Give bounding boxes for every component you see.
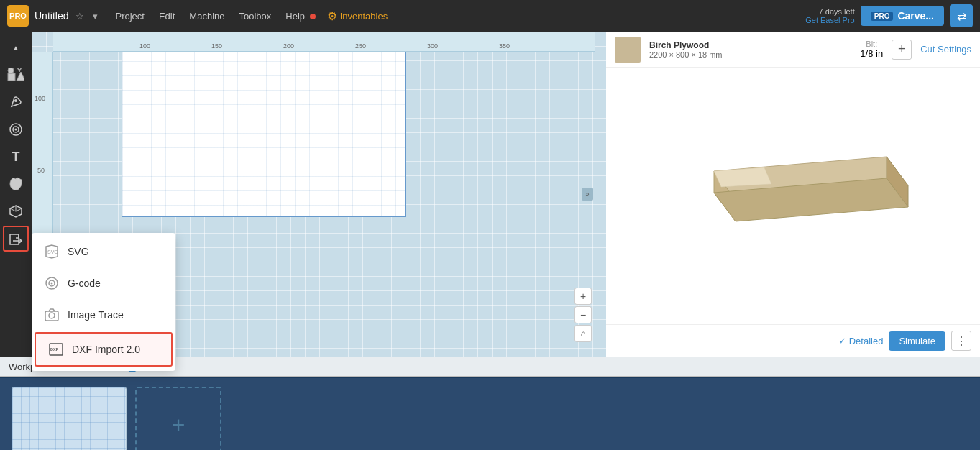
chevron-up-btn[interactable]: ▲ <box>3 35 29 60</box>
nav-project[interactable]: Project <box>109 8 150 24</box>
target-tool[interactable] <box>3 116 29 142</box>
help-dot <box>310 14 316 19</box>
preview-footer: ✓ Detailed Simulate ⋮ <box>606 324 980 357</box>
main-nav: Project Edit Machine Toolbox Help <box>109 8 321 24</box>
plywood-3d-svg <box>671 128 915 265</box>
ruler-mark-150: 150 <box>211 42 222 50</box>
svg-point-7 <box>15 129 17 131</box>
text-tool[interactable]: T <box>3 144 29 170</box>
detailed-check: ✓ Detailed <box>838 336 883 346</box>
svg-text:SVG: SVG <box>47 249 58 254</box>
svg-point-4 <box>14 99 17 102</box>
shapes-tool[interactable] <box>3 62 29 88</box>
left-toolbar: ▲ T <box>0 32 32 357</box>
material-info: Birch Plywood 2200 × 800 × 18 mm <box>649 40 851 59</box>
material-dims: 2200 × 800 × 18 mm <box>649 50 851 59</box>
apple-icon <box>9 177 22 191</box>
zoom-out-button[interactable]: − <box>574 306 592 323</box>
ruler-mark-100: 100 <box>139 42 150 50</box>
ruler-mark-left-50: 50 <box>37 167 45 174</box>
canvas-guide-line <box>398 32 398 217</box>
add-workpiece-icon: + <box>172 412 186 438</box>
material-swatch <box>615 37 641 63</box>
app-logo: PRO <box>7 5 29 27</box>
pen-tool[interactable] <box>3 89 29 115</box>
apple-tool[interactable] <box>3 171 29 197</box>
days-left-text: 7 days left <box>805 7 854 16</box>
svg-marker-1 <box>17 72 24 81</box>
preview-3d-area <box>606 68 980 324</box>
cube-tool[interactable] <box>3 198 29 224</box>
more-options-button[interactable]: ⋮ <box>951 331 971 351</box>
preview-header: Birch Plywood 2200 × 800 × 18 mm Bit: 1/… <box>606 32 980 68</box>
ruler-mark-left-100: 100 <box>35 95 45 102</box>
carve-button[interactable]: PRO Carve... <box>861 6 944 26</box>
workpiece-grid <box>12 387 126 450</box>
material-name: Birch Plywood <box>649 40 851 50</box>
svg-point-2 <box>8 68 14 73</box>
svg-line-10 <box>10 208 16 211</box>
gcode-label: G-code <box>68 277 101 289</box>
svg-point-16 <box>51 283 53 285</box>
dropdown-image-trace[interactable]: Image Trace <box>32 299 175 331</box>
ruler-mark-300: 300 <box>427 42 438 50</box>
topbar-right: 7 days left Get Easel Pro PRO Carve... ⇄ <box>805 4 973 27</box>
add-workpiece-button[interactable]: + <box>135 387 221 450</box>
zoom-in-button[interactable]: + <box>574 288 592 305</box>
svg-icon: SVG <box>43 243 60 260</box>
carve-label: Carve... <box>897 10 934 22</box>
svg-rect-12 <box>10 234 19 244</box>
dropdown-gcode[interactable]: G-code <box>32 267 175 299</box>
bit-info: Bit: 1/8 in <box>860 40 883 59</box>
star-icon[interactable]: ☆ <box>74 9 86 23</box>
zoom-controls: + − ⌂ <box>574 288 592 342</box>
svg-text:DXF: DXF <box>50 347 59 352</box>
nav-toolbox[interactable]: Toolbox <box>233 8 277 24</box>
project-title: Untitled <box>35 10 68 22</box>
days-left-info: 7 days left Get Easel Pro <box>805 7 854 24</box>
simulate-button[interactable]: Simulate <box>889 331 945 351</box>
ruler-mark-200: 200 <box>283 42 294 50</box>
chevron-down-icon[interactable]: ▾ <box>91 9 99 23</box>
image-trace-label: Image Trace <box>68 309 124 321</box>
pro-badge: PRO <box>871 12 894 21</box>
svg-point-18 <box>49 313 55 318</box>
camera-icon <box>43 306 60 323</box>
ruler-top: 100 150 200 250 300 350 <box>53 32 595 52</box>
bit-value: 1/8 in <box>860 48 883 59</box>
cut-settings-button[interactable]: Cut Settings <box>920 44 971 55</box>
shapes-icon <box>7 68 24 82</box>
nav-arrow-button[interactable]: ⇄ <box>950 4 973 27</box>
dropdown-svg[interactable]: SVG SVG <box>32 236 175 267</box>
svg-line-11 <box>16 208 22 211</box>
get-easel-pro-link[interactable]: Get Easel Pro <box>805 16 854 24</box>
import-tool[interactable] <box>3 226 29 252</box>
collapse-right-btn[interactable]: » <box>582 188 593 201</box>
logo-text: PRO <box>9 12 27 20</box>
svg-label: SVG <box>68 246 89 257</box>
canvas-work-area <box>122 32 406 217</box>
bit-label: Bit: <box>860 40 883 48</box>
svg-marker-25 <box>714 167 771 187</box>
dxf-label: DXF Import 2.0 <box>72 344 140 355</box>
inventables-link[interactable]: ⚙ Inventables <box>327 9 388 23</box>
cube-icon <box>9 204 23 219</box>
nav-edit[interactable]: Edit <box>153 8 180 24</box>
nav-machine[interactable]: Machine <box>183 8 230 24</box>
dxf-icon: DXF <box>47 341 65 358</box>
pen-icon <box>9 95 23 109</box>
import-dropdown: SVG SVG G-code Image Trace DXF DXF Impor… <box>32 233 175 371</box>
preview-panel: Birch Plywood 2200 × 800 × 18 mm Bit: 1/… <box>606 32 980 357</box>
workpiece-thumbnail-1[interactable] <box>12 387 127 450</box>
gcode-icon <box>43 275 60 292</box>
ruler-mark-350: 350 <box>499 42 510 50</box>
ruler-mark-250: 250 <box>355 42 366 50</box>
import-icon <box>9 231 23 246</box>
dropdown-dxf[interactable]: DXF DXF Import 2.0 <box>35 332 173 367</box>
home-button[interactable]: ⌂ <box>574 325 592 342</box>
workpieces-bar: + <box>0 377 980 450</box>
nav-help[interactable]: Help <box>280 8 321 24</box>
target-icon <box>9 122 23 137</box>
svg-rect-0 <box>8 73 15 81</box>
add-material-button[interactable]: + <box>892 40 912 60</box>
